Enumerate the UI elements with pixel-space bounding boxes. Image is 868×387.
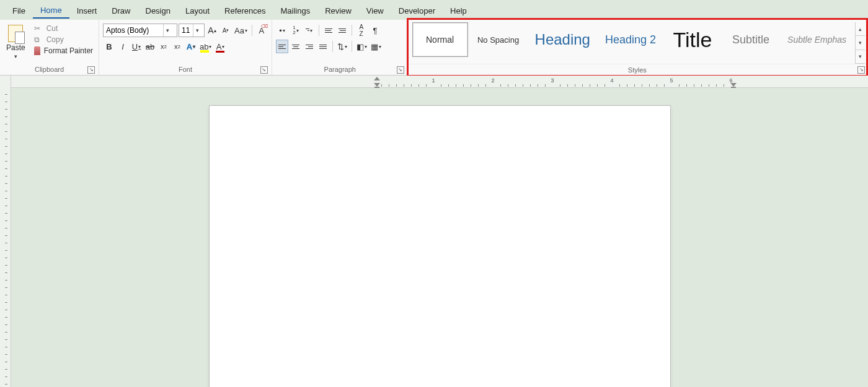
align-center-button[interactable] bbox=[290, 40, 302, 53]
numbering-button[interactable]: 12▾ bbox=[290, 24, 302, 37]
tab-insert[interactable]: Insert bbox=[69, 2, 105, 18]
style-heading-2[interactable]: Heading 2 bbox=[599, 22, 662, 57]
style-subtitle[interactable]: Subtitle bbox=[723, 22, 779, 57]
document-page[interactable] bbox=[209, 105, 671, 387]
ruler-number: 2 bbox=[491, 77, 494, 84]
tab-home[interactable]: Home bbox=[33, 2, 69, 19]
underline-button[interactable]: U▾ bbox=[130, 40, 143, 53]
show-marks-button[interactable]: ¶ bbox=[369, 24, 381, 37]
style-subtle-emphas[interactable]: Subtle Emphas bbox=[781, 22, 852, 57]
document-canvas[interactable] bbox=[11, 88, 868, 387]
tab-design[interactable]: Design bbox=[138, 2, 178, 18]
font-launcher[interactable]: ↘ bbox=[260, 66, 268, 74]
paragraph-group-label: Paragraph ↘ bbox=[275, 64, 405, 75]
first-line-indent-marker[interactable] bbox=[374, 77, 380, 80]
tab-layout[interactable]: Layout bbox=[178, 2, 217, 18]
font-color-swatch-icon bbox=[216, 51, 224, 53]
ruler-number: 4 bbox=[610, 77, 613, 84]
align-left-button[interactable] bbox=[276, 40, 288, 53]
decrease-indent-button[interactable] bbox=[322, 24, 335, 37]
cut-label: Cut bbox=[46, 24, 58, 33]
horizontal-ruler[interactable]: 123456 bbox=[11, 76, 868, 88]
ruler-number: 6 bbox=[729, 77, 732, 84]
increase-font-button[interactable]: A▴ bbox=[206, 24, 218, 37]
ruler-number: 5 bbox=[670, 77, 673, 84]
clipboard-launcher[interactable]: ↘ bbox=[87, 66, 95, 74]
left-indent-marker[interactable] bbox=[374, 83, 380, 87]
vertical-ruler[interactable] bbox=[0, 76, 11, 387]
shading-button[interactable]: ◧▾ bbox=[355, 40, 368, 53]
copy-button[interactable]: ⧉ Copy bbox=[32, 35, 95, 45]
style-no-spacing[interactable]: No Spacing bbox=[471, 22, 526, 57]
tab-help[interactable]: Help bbox=[443, 2, 474, 18]
ribbon-tabs: FileHomeInsertDrawDesignLayoutReferences… bbox=[0, 0, 868, 20]
cut-icon: ✂ bbox=[34, 24, 43, 33]
font-size-dropdown-icon[interactable]: ▾ bbox=[193, 24, 202, 37]
borders-button[interactable]: ▦▾ bbox=[370, 40, 383, 53]
change-case-button[interactable]: Aa▾ bbox=[233, 24, 249, 37]
tab-file[interactable]: File bbox=[5, 2, 33, 18]
font-color-button[interactable]: A▾ bbox=[214, 40, 226, 53]
subscript-button[interactable]: x2 bbox=[157, 40, 170, 53]
styles-more-icon[interactable]: ▾ bbox=[856, 50, 865, 64]
italic-button[interactable]: I bbox=[117, 40, 129, 53]
tab-view[interactable]: View bbox=[359, 2, 391, 18]
font-name-combo[interactable]: ▾ bbox=[103, 24, 177, 37]
style-heading[interactable]: Heading bbox=[529, 22, 596, 57]
styles-down-icon[interactable]: ▾ bbox=[856, 36, 865, 50]
work-area: 123456 bbox=[0, 76, 868, 387]
increase-indent-button[interactable] bbox=[336, 24, 348, 37]
styles-launcher[interactable]: ↘ bbox=[857, 66, 865, 74]
cut-button[interactable]: ✂ Cut bbox=[32, 24, 95, 33]
paste-caret-icon: ▾ bbox=[14, 53, 17, 59]
styles-gallery: NormalNo SpacingHeadingHeading 2TitleSub… bbox=[409, 20, 866, 64]
ruler-number: 3 bbox=[551, 77, 554, 84]
group-font: ▾ ▾ A▴ A▾ Aa▾ A⌫ B I bbox=[99, 20, 272, 75]
ribbon: Paste ▾ ✂ Cut ⧉ Copy Format Painter bbox=[0, 20, 868, 76]
strikethrough-button[interactable]: ab bbox=[144, 40, 156, 53]
style-title[interactable]: Title bbox=[665, 22, 720, 57]
copy-icon: ⧉ bbox=[34, 35, 43, 44]
font-name-dropdown-icon[interactable]: ▾ bbox=[163, 24, 172, 37]
align-right-button[interactable] bbox=[303, 40, 316, 53]
group-styles: NormalNo SpacingHeadingHeading 2TitleSub… bbox=[407, 18, 868, 77]
paragraph-launcher[interactable]: ↘ bbox=[397, 66, 404, 74]
highlight-swatch-icon bbox=[200, 50, 209, 53]
font-size-input[interactable] bbox=[179, 24, 193, 37]
clear-formatting-button[interactable]: A⌫ bbox=[255, 24, 268, 37]
justify-button[interactable] bbox=[317, 40, 329, 53]
styles-group-label: Styles ↘ bbox=[409, 64, 866, 75]
sort-button[interactable]: AZ bbox=[355, 24, 368, 37]
font-group-label: Font ↘ bbox=[102, 64, 269, 75]
style-normal[interactable]: Normal bbox=[412, 22, 468, 57]
bullets-button[interactable]: •▾ bbox=[276, 24, 288, 37]
tab-draw[interactable]: Draw bbox=[104, 2, 138, 18]
styles-up-icon[interactable]: ▴ bbox=[856, 22, 865, 36]
font-size-combo[interactable]: ▾ bbox=[179, 24, 205, 37]
font-name-input[interactable] bbox=[104, 24, 163, 37]
paste-button[interactable]: Paste ▾ bbox=[2, 22, 29, 62]
text-effects-button[interactable]: A▾ bbox=[185, 40, 197, 53]
ruler-number: 1 bbox=[432, 77, 435, 84]
tab-developer[interactable]: Developer bbox=[391, 2, 443, 18]
multilevel-list-button[interactable]: ▾ bbox=[303, 24, 316, 37]
clipboard-group-label: Clipboard ↘ bbox=[2, 64, 96, 75]
tab-references[interactable]: References bbox=[217, 2, 273, 18]
group-paragraph: •▾ 12▾ ▾ AZ ¶ bbox=[272, 20, 409, 75]
tab-review[interactable]: Review bbox=[317, 2, 359, 18]
format-painter-button[interactable]: Format Painter bbox=[32, 46, 95, 56]
tab-mailings[interactable]: Mailings bbox=[273, 2, 318, 18]
highlight-button[interactable]: ab▾ bbox=[198, 40, 213, 53]
paste-label: Paste bbox=[6, 43, 25, 52]
paste-icon bbox=[8, 25, 23, 42]
superscript-button[interactable]: x2 bbox=[171, 40, 184, 53]
styles-scroll[interactable]: ▴▾▾ bbox=[855, 22, 865, 64]
format-painter-label: Format Painter bbox=[44, 46, 93, 55]
bold-button[interactable]: B bbox=[103, 40, 115, 53]
copy-label: Copy bbox=[46, 35, 64, 44]
decrease-font-button[interactable]: A▾ bbox=[219, 24, 232, 37]
format-painter-icon bbox=[34, 46, 40, 55]
line-spacing-button[interactable]: ⇅▾ bbox=[336, 40, 348, 53]
group-clipboard: Paste ▾ ✂ Cut ⧉ Copy Format Painter bbox=[0, 20, 99, 75]
